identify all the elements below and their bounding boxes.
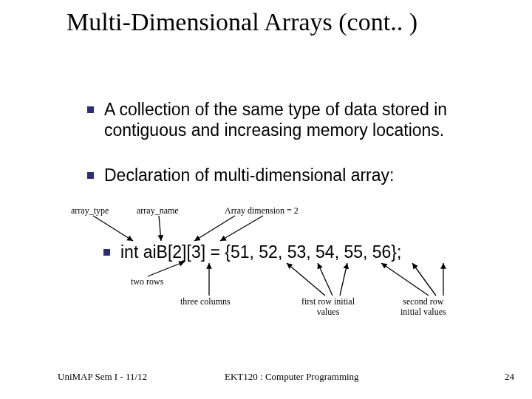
footer-center: EKT120 : Computer Programming — [225, 371, 359, 383]
footer-left: UniMAP Sem I - 11/12 — [58, 371, 147, 383]
label-array-name: array_name — [137, 205, 179, 216]
bullet-1: A collection of the same type of data st… — [87, 100, 502, 140]
footer-page-number: 24 — [505, 371, 514, 383]
svg-line-4 — [148, 262, 185, 276]
label-three-columns: three columns — [180, 296, 231, 307]
label-second-row-values: second rowinitial values — [400, 296, 446, 318]
svg-line-9 — [381, 263, 429, 296]
annotation-arrows — [0, 0, 532, 399]
slide-title: Multi-Dimensional Arrays (cont.. ) — [66, 7, 510, 36]
bullet-icon — [87, 106, 94, 113]
svg-line-7 — [318, 263, 332, 296]
svg-line-2 — [194, 216, 235, 241]
label-array-dimension: Array dimension = 2 — [225, 205, 299, 216]
svg-line-3 — [220, 216, 263, 241]
bullet-icon — [103, 249, 110, 256]
code-text: int aiB[2][3] = {51, 52, 53, 54, 55, 56}… — [120, 242, 401, 262]
svg-line-8 — [340, 263, 347, 296]
bullet-icon — [87, 172, 94, 179]
label-first-row-values: first row initialvalues — [301, 296, 355, 318]
label-array-type: array_type — [71, 205, 109, 216]
svg-line-6 — [287, 263, 325, 296]
code-line: int aiB[2][3] = {51, 52, 53, 54, 55, 56}… — [103, 242, 401, 262]
slide: Multi-Dimensional Arrays (cont.. ) A col… — [0, 0, 532, 399]
svg-line-1 — [159, 216, 161, 241]
svg-line-0 — [93, 216, 133, 241]
label-second-row-text: second rowinitial values — [400, 296, 446, 317]
label-two-rows: two rows — [131, 276, 163, 287]
bullet-2: Declaration of multi-dimensional array: — [87, 166, 502, 186]
bullet-2-text: Declaration of multi-dimensional array: — [104, 166, 488, 186]
svg-line-10 — [412, 263, 436, 296]
label-first-row-text: first row initialvalues — [301, 296, 355, 317]
bullet-1-text: A collection of the same type of data st… — [104, 100, 488, 140]
